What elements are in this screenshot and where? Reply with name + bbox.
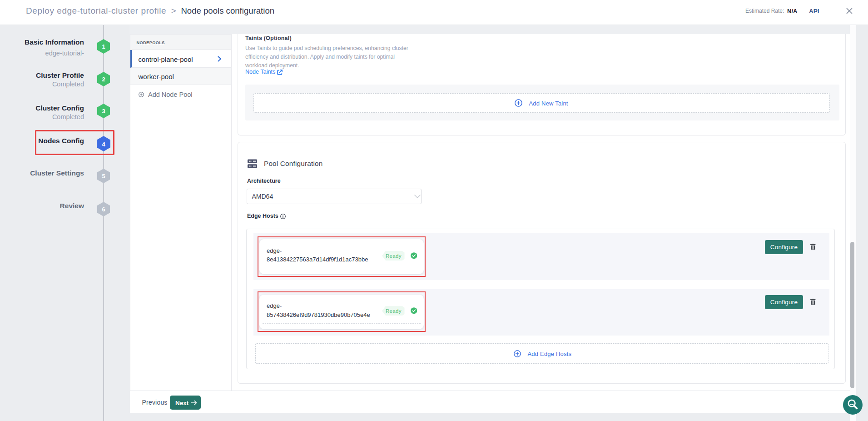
svg-text:1: 1 (102, 43, 105, 50)
svg-text:2: 2 (102, 76, 105, 83)
svg-text:6: 6 (102, 206, 105, 213)
svg-text:3: 3 (102, 108, 105, 115)
svg-text:5: 5 (102, 173, 105, 180)
